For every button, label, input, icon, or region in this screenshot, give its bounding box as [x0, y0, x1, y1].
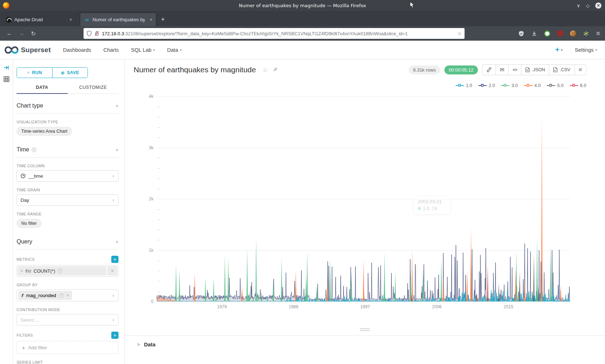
dropdown-caret-icon: ▾: [153, 48, 155, 52]
run-button[interactable]: ⚡ RUN: [17, 68, 53, 78]
datasource-grid-icon[interactable]: [3, 76, 10, 82]
metric-control[interactable]: × f(x) COUNT(*) ? >: [17, 265, 118, 277]
window-minimize-icon[interactable]: ∨: [577, 3, 580, 8]
metric-expand-icon[interactable]: >: [107, 266, 117, 276]
extension-asterisk-icon[interactable]: [583, 31, 589, 37]
collapse-panel-icon[interactable]: [3, 64, 10, 71]
bookmark-star-icon[interactable]: ☆: [457, 31, 462, 36]
tab-data[interactable]: DATA: [17, 82, 68, 94]
viz-type-value[interactable]: Time-series Area Chart: [17, 127, 72, 136]
legend-item[interactable]: 2.0: [478, 83, 495, 88]
legend-label: 1.0: [466, 83, 472, 88]
chart-legend: 1.02.03.04.05.06.0: [456, 83, 586, 88]
ublock-extension-icon[interactable]: [557, 31, 563, 37]
tab-close-icon[interactable]: ×: [70, 17, 72, 22]
email-button[interactable]: ✉: [496, 65, 509, 75]
gridline: [157, 199, 570, 199]
groupby-select[interactable]: f mag_rounded ? × ∨: [17, 289, 118, 301]
tab-customize[interactable]: CUSTOMIZE: [68, 82, 119, 94]
filters-label: FILTERS +: [17, 332, 118, 339]
legend-item[interactable]: 6.0: [570, 83, 586, 88]
dropdown-caret-icon: ▾: [595, 48, 597, 52]
forward-icon[interactable]: →: [19, 30, 24, 37]
legend-marker-icon: [456, 84, 464, 87]
back-icon[interactable]: ←: [6, 30, 12, 37]
data-panel-toggle[interactable]: > Data: [125, 336, 605, 347]
legend-label: 6.0: [580, 83, 586, 88]
timeseries-area-chart[interactable]: [157, 96, 570, 301]
settings-menu[interactable]: Settings▾: [575, 47, 597, 53]
section-time[interactable]: Time i ∧: [17, 146, 118, 158]
url-host: 172.18.0.3: [102, 31, 124, 36]
new-tab-icon[interactable]: +: [161, 16, 165, 23]
superset-logo[interactable]: Superset: [4, 46, 51, 54]
time-column-select[interactable]: __time ∨: [17, 170, 118, 182]
window-titlebar: Numer of earthquakes by magnitude — Mozi…: [0, 0, 605, 11]
chevron-up-icon: ∧: [116, 104, 118, 108]
reload-icon[interactable]: ↻: [31, 30, 36, 37]
groupby-pill[interactable]: f mag_rounded ? ×: [18, 291, 72, 300]
plus-icon: +: [22, 345, 25, 351]
nav-item-charts[interactable]: Charts: [103, 47, 119, 53]
url-bar[interactable]: 172.18.0.3:32108/superset/explore/?form_…: [84, 28, 465, 39]
window-maximize-icon[interactable]: ◇: [586, 3, 590, 8]
export-csv-button[interactable]: .CSV: [549, 65, 574, 75]
y-axis-minor-tick: [158, 271, 160, 271]
favorite-star-icon[interactable]: ☆: [263, 66, 268, 74]
legend-item[interactable]: 5.0: [547, 83, 563, 88]
y-axis-minor-tick: [158, 168, 160, 169]
add-filter-dropzone[interactable]: + Add filter: [17, 341, 118, 354]
browser-tab-druid[interactable]: Apache Druid ×: [2, 13, 76, 26]
chart-actions-group: ✉ <> .JSON: [482, 64, 586, 75]
embed-code-button[interactable]: <>: [508, 65, 521, 75]
contribution-mode-select[interactable]: Select ... ∨: [17, 314, 118, 326]
chart-tooltip: 2002-03-21 1.0: 74: [414, 196, 450, 214]
superset-favicon: ∞: [84, 17, 90, 23]
remove-groupby-icon[interactable]: ×: [67, 293, 69, 297]
export-json-button[interactable]: .JSON: [521, 65, 550, 75]
browser-tab-superset[interactable]: ∞ Numer of earthquakes by m ×: [80, 13, 156, 26]
add-new-button[interactable]: +▾: [555, 46, 563, 54]
section-chart-type[interactable]: Chart type ∧: [17, 103, 118, 114]
add-metric-button[interactable]: +: [111, 256, 118, 263]
legend-item[interactable]: 1.0: [456, 83, 472, 88]
downloads-icon[interactable]: [531, 31, 537, 37]
window-close-icon[interactable]: ×: [595, 3, 601, 9]
legend-item[interactable]: 4.0: [524, 83, 541, 88]
gridline: [157, 250, 570, 251]
copy-link-button[interactable]: [483, 65, 496, 75]
more-actions-icon[interactable]: ≡: [575, 65, 586, 75]
tracking-shield-icon[interactable]: [86, 31, 92, 36]
insecure-lock-icon[interactable]: [94, 31, 99, 36]
extension-green-icon[interactable]: [544, 31, 550, 37]
gridline: [157, 301, 570, 302]
function-icon: f(x): [25, 269, 31, 273]
cookie-extension-icon[interactable]: [570, 31, 576, 37]
tab-close-icon[interactable]: ×: [150, 17, 152, 22]
metric-pill[interactable]: × f(x) COUNT(*) ?: [18, 266, 107, 276]
legend-item[interactable]: 3.0: [501, 83, 517, 88]
time-range-value[interactable]: No filter: [17, 219, 41, 228]
panel-resize-handle[interactable]: [360, 328, 370, 332]
save-button[interactable]: ⊕ SAVE: [53, 68, 88, 78]
y-axis-minor-tick: [158, 127, 160, 128]
protections-shield-icon[interactable]: [518, 31, 524, 37]
nav-item-dashboards[interactable]: Dashboards: [63, 47, 91, 53]
y-axis-minor-tick: [158, 230, 160, 230]
druid-favicon: [6, 17, 12, 23]
nav-item-sql-lab[interactable]: SQL Lab▾: [131, 47, 155, 53]
edit-title-icon[interactable]: ✎: [273, 67, 278, 73]
lightning-icon: ⚡: [27, 70, 30, 75]
section-query[interactable]: Query ∧: [17, 238, 118, 250]
window-title: Numer of earthquakes by magnitude — Mozi…: [0, 3, 605, 8]
file-icon: [525, 67, 530, 72]
remove-metric-icon[interactable]: ×: [21, 269, 23, 273]
legend-label: 2.0: [489, 83, 495, 88]
y-axis-label: 3k: [135, 145, 153, 150]
time-grain-select[interactable]: Day ∨: [17, 194, 118, 206]
chevron-up-icon: ∧: [116, 147, 118, 152]
nav-item-data[interactable]: Data▾: [167, 47, 182, 53]
browser-menu-icon[interactable]: ≡: [596, 30, 600, 37]
add-filter-button[interactable]: +: [111, 332, 118, 339]
y-axis-label: 2k: [135, 196, 153, 201]
